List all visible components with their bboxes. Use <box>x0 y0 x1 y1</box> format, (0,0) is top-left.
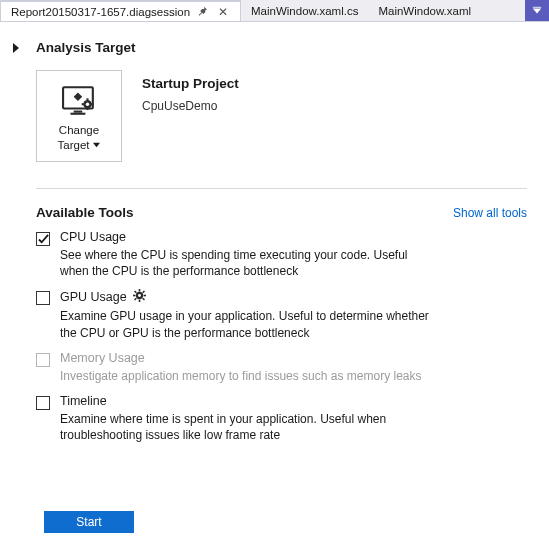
svg-rect-15 <box>143 295 145 297</box>
tool-title: Memory Usage <box>60 351 507 366</box>
tool-row: GPU UsageExamine GPU usage in your appli… <box>36 289 507 340</box>
svg-rect-19 <box>134 298 137 301</box>
tool-description: Investigate application memory to find i… <box>60 368 430 384</box>
tool-description: Examine where time is spent in your appl… <box>60 411 430 443</box>
tool-row: Memory UsageInvestigate application memo… <box>36 351 507 384</box>
svg-rect-13 <box>138 300 140 302</box>
svg-rect-8 <box>82 103 84 105</box>
svg-rect-3 <box>71 113 86 115</box>
show-all-tools-link[interactable]: Show all tools <box>453 206 527 220</box>
svg-rect-16 <box>134 291 137 294</box>
tab-label: MainWindow.xaml.cs <box>251 5 358 17</box>
change-target-label: Change Target <box>58 123 101 152</box>
expand-chevron-icon[interactable] <box>10 42 24 56</box>
divider <box>36 188 527 189</box>
startup-project-name: CpuUseDemo <box>142 99 239 113</box>
startup-project-title: Startup Project <box>142 76 239 91</box>
close-icon[interactable]: ✕ <box>216 5 230 19</box>
tool-title: CPU Usage <box>60 230 507 245</box>
svg-rect-7 <box>86 108 88 110</box>
tab-strip: Report20150317-1657.diagsession ✕ MainWi… <box>0 0 549 22</box>
tool-description: Examine GPU usage in your application. U… <box>60 308 430 340</box>
tool-checkbox <box>36 353 50 367</box>
available-tools-title: Available Tools <box>36 205 134 220</box>
gear-icon[interactable] <box>133 289 146 306</box>
chevron-down-icon <box>93 141 100 148</box>
tab-label: Report20150317-1657.diagsession <box>11 6 190 18</box>
tool-title: Timeline <box>60 394 507 409</box>
tab-overflow-button[interactable] <box>525 0 549 21</box>
start-button[interactable]: Start <box>44 511 134 533</box>
change-target-button[interactable]: Change Target <box>36 70 122 162</box>
tool-title: GPU Usage <box>60 289 507 306</box>
tool-checkbox[interactable] <box>36 232 50 246</box>
tool-description: See where the CPU is spending time execu… <box>60 247 430 279</box>
svg-rect-14 <box>133 295 135 297</box>
svg-rect-0 <box>533 6 541 7</box>
tool-row: CPU UsageSee where the CPU is spending t… <box>36 230 507 279</box>
tab-label: MainWindow.xaml <box>378 5 471 17</box>
section-title: Analysis Target <box>36 40 136 55</box>
tab-item[interactable]: MainWindow.xaml <box>368 0 481 21</box>
svg-rect-9 <box>91 103 93 105</box>
pin-icon[interactable] <box>196 5 210 19</box>
tool-checkbox[interactable] <box>36 396 50 410</box>
tab-item[interactable]: MainWindow.xaml.cs <box>241 0 368 21</box>
svg-rect-12 <box>138 289 140 291</box>
svg-rect-6 <box>86 98 88 100</box>
tool-checkbox[interactable] <box>36 291 50 305</box>
svg-point-11 <box>138 294 141 297</box>
svg-rect-18 <box>142 291 145 294</box>
svg-point-5 <box>86 103 89 106</box>
monitor-gear-icon <box>62 86 96 119</box>
svg-rect-17 <box>142 298 145 301</box>
tool-row: TimelineExamine where time is spent in y… <box>36 394 507 443</box>
tab-active[interactable]: Report20150317-1657.diagsession ✕ <box>0 0 241 21</box>
svg-rect-2 <box>74 111 83 113</box>
